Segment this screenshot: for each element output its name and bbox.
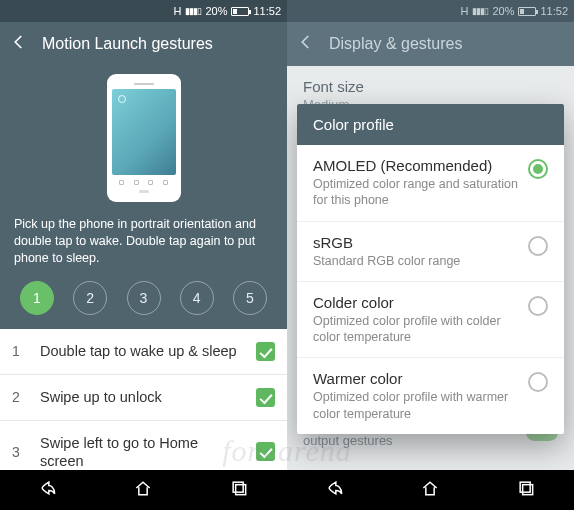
color-option[interactable]: Warmer colorOptimized color profile with… [297, 358, 564, 434]
option-desc: Optimized color profile with colder colo… [313, 313, 518, 346]
step-dot-4[interactable]: 4 [180, 281, 214, 315]
option-title: Warmer color [313, 370, 518, 387]
battery-pct: 20% [205, 5, 227, 17]
radio-icon[interactable] [528, 159, 548, 179]
option-desc: Optimized color range and saturation for… [313, 176, 518, 209]
font-size-label: Font size [303, 78, 558, 95]
clock: 11:52 [540, 5, 568, 17]
dialog-title: Color profile [297, 104, 564, 145]
color-option[interactable]: sRGBStandard RGB color range [297, 222, 564, 282]
row-number: 2 [12, 389, 26, 405]
checkbox-icon[interactable] [256, 388, 275, 407]
hero-description: Pick up the phone in portrait orientatio… [12, 210, 275, 277]
step-dot-5[interactable]: 5 [233, 281, 267, 315]
status-bar: H ▮▮▮▯ 20% 11:52 [287, 0, 574, 22]
row-number: 3 [12, 444, 26, 460]
svg-rect-0 [233, 482, 243, 492]
page-title: Display & gestures [329, 35, 462, 53]
network-icon: H [460, 5, 468, 17]
signal-icon: ▮▮▮▯ [472, 6, 488, 16]
svg-rect-1 [236, 485, 246, 495]
status-bar: H ▮▮▮▯ 20% 11:52 [0, 0, 287, 22]
step-dot-2[interactable]: 2 [73, 281, 107, 315]
color-option[interactable]: Colder colorOptimized color profile with… [297, 282, 564, 359]
step-dot-1[interactable]: 1 [20, 281, 54, 315]
svg-rect-3 [523, 485, 533, 495]
nav-bar [0, 470, 287, 510]
back-button [297, 33, 315, 55]
nav-home-icon[interactable] [420, 478, 440, 502]
option-desc: Standard RGB color range [313, 253, 518, 269]
row-label: Swipe up to unlock [40, 388, 242, 406]
option-title: Colder color [313, 294, 518, 311]
gesture-row[interactable]: 1Double tap to wake up & sleep [0, 329, 287, 375]
svg-rect-2 [520, 482, 530, 492]
step-indicator: 12345 [12, 277, 275, 329]
screen-motion-launch: H ▮▮▮▯ 20% 11:52 Motion Launch gestures … [0, 0, 287, 510]
app-bar: Display & gestures [287, 22, 574, 66]
screen-display-gestures: H ▮▮▮▯ 20% 11:52 Display & gestures Font… [287, 0, 574, 510]
battery-icon [518, 7, 536, 16]
nav-recent-icon[interactable] [229, 478, 249, 502]
battery-pct: 20% [492, 5, 514, 17]
step-dot-3[interactable]: 3 [127, 281, 161, 315]
battery-icon [231, 7, 249, 16]
option-title: sRGB [313, 234, 518, 251]
radio-icon[interactable] [528, 372, 548, 392]
page-title: Motion Launch gestures [42, 35, 213, 53]
checkbox-icon[interactable] [256, 442, 275, 461]
row-label: Double tap to wake up & sleep [40, 342, 242, 360]
option-title: AMOLED (Recommended) [313, 157, 518, 174]
app-bar: Motion Launch gestures [0, 22, 287, 66]
clock: 11:52 [253, 5, 281, 17]
nav-back-icon[interactable] [38, 478, 58, 502]
color-profile-dialog: Color profile AMOLED (Recommended)Optimi… [297, 104, 564, 434]
nav-bar [287, 470, 574, 510]
phone-illustration [107, 74, 181, 202]
option-desc: Optimized color profile with warmer colo… [313, 389, 518, 422]
color-option[interactable]: AMOLED (Recommended)Optimized color rang… [297, 145, 564, 222]
back-button[interactable] [10, 33, 28, 55]
signal-icon: ▮▮▮▯ [185, 6, 201, 16]
radio-icon[interactable] [528, 236, 548, 256]
nav-recent-icon[interactable] [516, 478, 536, 502]
gesture-row[interactable]: 3Swipe left to go to Home screen [0, 421, 287, 470]
gesture-row[interactable]: 2Swipe up to unlock [0, 375, 287, 421]
hero-panel: Pick up the phone in portrait orientatio… [0, 66, 287, 329]
row-number: 1 [12, 343, 26, 359]
radio-icon[interactable] [528, 296, 548, 316]
checkbox-icon[interactable] [256, 342, 275, 361]
network-icon: H [173, 5, 181, 17]
nav-back-icon[interactable] [325, 478, 345, 502]
row-label: Swipe left to go to Home screen [40, 434, 242, 470]
gesture-list: 1Double tap to wake up & sleep2Swipe up … [0, 329, 287, 470]
nav-home-icon[interactable] [133, 478, 153, 502]
